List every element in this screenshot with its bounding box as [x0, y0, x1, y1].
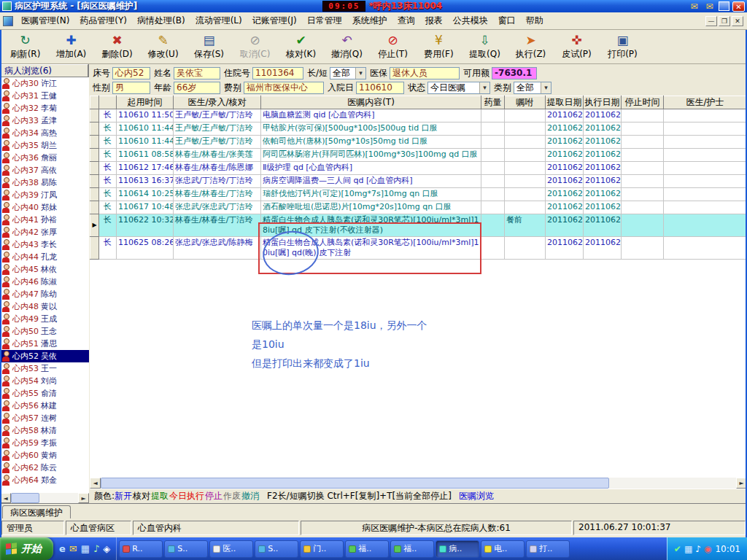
email-icon[interactable]: ✉	[69, 544, 77, 553]
patient-list-item[interactable]: 心内42 张厚	[0, 226, 89, 238]
toolbar-button[interactable]: ✖ 删除(D)	[94, 31, 140, 62]
patient-list-item[interactable]: 心内43 李长	[0, 238, 89, 251]
toolbar-button[interactable]: ✔ 核对(K)	[278, 31, 324, 62]
tab-ward-orders[interactable]: 病区医嘱维护	[2, 505, 71, 519]
patient-list-item[interactable]: 心内57 连树	[0, 412, 89, 424]
order-row[interactable]: 长 110610 11:44 王卢敏/王卢敏/丁洁玲 依帕司他片(唐林)[50m…	[90, 136, 747, 149]
taskbar-window-button[interactable]: R..	[119, 540, 163, 558]
field-value[interactable]: 110610	[356, 82, 404, 94]
patient-list-item[interactable]: 心内34 高热	[0, 127, 89, 139]
column-header[interactable]	[99, 96, 117, 109]
column-header[interactable]: 执行日期	[584, 96, 622, 109]
volume-icon[interactable]: ♪	[695, 545, 701, 553]
field-value[interactable]: 福州市医保中心	[244, 82, 324, 94]
mdi-close-button[interactable]: ✕	[732, 16, 743, 26]
taskbar-window-button[interactable]: 病..	[436, 540, 479, 558]
taskbar-window-button[interactable]: S..	[255, 540, 298, 558]
patient-list-item[interactable]: 心内37 高依	[0, 164, 89, 176]
column-header[interactable]: 医嘱内容(T)	[261, 96, 481, 109]
menu-item[interactable]: 查询	[392, 12, 420, 29]
scrollbar-thumb[interactable]	[11, 493, 39, 503]
menu-item[interactable]: 帮助	[521, 12, 549, 29]
order-row[interactable]: 长 110611 08:58 林春生/林春生/张美莲 阿司匹林肠溶片(拜阿司匹林…	[90, 149, 747, 162]
mdi-restore-button[interactable]: ❐	[719, 16, 730, 26]
field-value[interactable]: 男	[112, 82, 150, 94]
toolbar-button[interactable]: ⊘ 取消(C)	[232, 31, 278, 62]
internet-explorer-icon[interactable]: e	[59, 544, 66, 553]
close-button[interactable]: ✕	[732, 1, 745, 12]
patient-list-item[interactable]: 心内64 郑金	[0, 474, 89, 486]
scrollbar-thumb[interactable]	[101, 478, 609, 489]
column-header[interactable]: 嘱咐	[505, 96, 546, 109]
tray-shortcut-icon[interactable]	[719, 1, 729, 11]
patient-list-item[interactable]: 心内48 黄以	[0, 300, 89, 313]
message-icon[interactable]: ✉	[688, 1, 700, 12]
order-row[interactable]: 长 110612 17:46 林春生/林春生/陈恩娜 Ⅱ级护理 qd [心血管内…	[90, 162, 747, 175]
field-value[interactable]: 今日医嘱	[427, 82, 490, 94]
menu-item[interactable]: 病情处理(B)	[132, 12, 190, 29]
network-icon[interactable]: ▦	[684, 545, 692, 553]
messenger-icon[interactable]: ◉	[704, 545, 711, 553]
scrollbar-track[interactable]	[11, 493, 78, 503]
toolbar-button[interactable]: ⇩ 提取(Q)	[462, 31, 508, 62]
menu-item[interactable]: 日常管理	[302, 12, 347, 29]
order-row[interactable]: 长 110610 11:44 王卢敏/王卢敏/丁洁玲 甲钴胺片(弥可保)[500…	[90, 122, 747, 136]
column-header[interactable]: 医生/护士	[664, 96, 747, 109]
patient-list-item[interactable]: 心内41 孙裕	[0, 214, 89, 226]
mdi-minimize-button[interactable]: —	[705, 16, 717, 26]
toolbar-button[interactable]: ↶ 撤消(Q)	[324, 31, 370, 62]
field-value[interactable]: 全部	[330, 67, 366, 79]
column-header[interactable]: 提取日期	[546, 96, 584, 109]
taskbar-window-button[interactable]: 福..	[390, 540, 434, 558]
patient-list-item[interactable]: 心内49 王成	[0, 313, 89, 325]
patient-list-item[interactable]: 心内35 胡兰	[0, 139, 89, 152]
patient-list-item[interactable]: 心内36 詹丽	[0, 152, 89, 164]
orders-browse-link[interactable]: 医嘱浏览	[459, 490, 494, 502]
field-value[interactable]: 吴依宝	[174, 67, 220, 79]
toolbar-button[interactable]: ➤ 执行(Z)	[508, 31, 554, 62]
field-value[interactable]: 心内52	[112, 67, 150, 79]
toolbar-button[interactable]: ✜ 皮试(P)	[554, 31, 600, 62]
patient-list-item[interactable]: 心内51 潘思	[0, 338, 89, 350]
field-value[interactable]: 66岁	[174, 82, 220, 94]
patient-list-item[interactable]: 心内50 王念	[0, 325, 89, 338]
sidebar-horizontal-scrollbar[interactable]: ◄ ►	[0, 493, 89, 503]
taskbar-window-button[interactable]: S..	[164, 540, 208, 558]
order-row[interactable]: 长 110613 16:37 张忠武/丁洁玲/丁洁玲 病房空调降温费—三人间 q…	[90, 175, 747, 188]
patient-list-item[interactable]: 心内56 林建	[0, 400, 89, 412]
taskbar-window-button[interactable]: 门..	[300, 540, 344, 558]
scrollbar-track[interactable]	[101, 478, 736, 489]
patient-list-item[interactable]: 心内59 李振	[0, 437, 89, 449]
toolbar-button[interactable]: ▤ 保存(S)	[186, 31, 232, 62]
menu-item[interactable]: 记账管理(J)	[247, 12, 302, 29]
message-icon[interactable]: ✉	[703, 1, 716, 12]
order-row[interactable]: 长 110625 08:26 张忠武/张忠武/陈静梅 精蛋白生物合成人胰岛素(诺…	[90, 237, 747, 260]
column-header[interactable]: 药量	[481, 96, 505, 109]
menu-item[interactable]: 窗口	[493, 12, 521, 29]
patient-list-item[interactable]: 心内44 孔龙	[0, 251, 89, 263]
patient-list-item[interactable]: 心内30 许江	[0, 77, 89, 90]
column-header[interactable]: 医生/录入/核对	[174, 96, 261, 109]
menu-item[interactable]: 系统维护	[347, 12, 392, 29]
order-row[interactable]: ▶ 长 110622 10:32 林春生/林春生/丁洁玲 精蛋白生物合成人胰岛素…	[90, 214, 747, 237]
column-header[interactable]: 停止时间	[622, 96, 664, 109]
show-desktop-icon[interactable]: ▦	[81, 544, 90, 553]
patient-list-item[interactable]: 心内39 汀凤	[0, 189, 89, 201]
patient-list-item[interactable]: 心内38 易陈	[0, 176, 89, 189]
taskbar-window-button[interactable]: 福..	[345, 540, 389, 558]
scroll-left-arrow-icon[interactable]: ◄	[90, 478, 101, 489]
patient-list-item[interactable]: 心内55 俞清	[0, 387, 89, 400]
scroll-left-arrow-icon[interactable]: ◄	[0, 493, 11, 503]
patient-browser-header[interactable]: 病人浏览(6)	[0, 64, 88, 77]
taskbar-window-button[interactable]: 医..	[209, 540, 253, 558]
patient-list-item[interactable]: 心内47 陈幼	[0, 288, 89, 300]
patient-list-item[interactable]: 心内40 郑妹	[0, 201, 89, 214]
menu-item[interactable]: 医嘱管理(N)	[16, 12, 74, 29]
taskbar-window-button[interactable]: 打..	[526, 540, 570, 558]
patient-list-item[interactable]: 心内53 王一	[0, 362, 89, 375]
menu-item[interactable]: 报表	[420, 12, 448, 29]
toolbar-button[interactable]: ▣ 打印(P)	[600, 31, 646, 62]
field-value[interactable]: -7630.1	[492, 67, 537, 79]
patient-list-item[interactable]: 心内45 林依	[0, 263, 89, 276]
toolbar-button[interactable]: ✎ 修改(U)	[140, 31, 186, 62]
